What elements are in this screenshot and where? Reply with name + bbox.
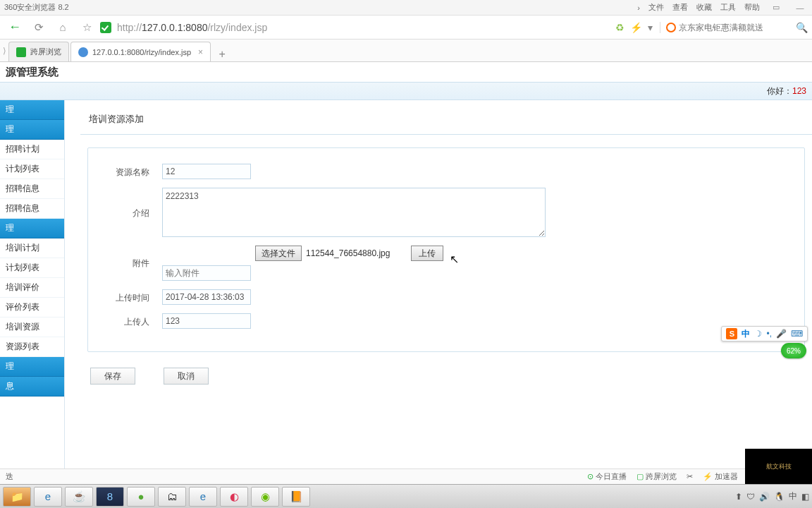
row-uptime: 上传时间 xyxy=(109,289,790,305)
reload-button[interactable]: ⟳ xyxy=(28,18,49,37)
keyboard-icon[interactable]: ⌨ xyxy=(791,329,803,339)
moon-icon[interactable]: ☽ xyxy=(754,329,762,339)
watermark: 航文科技 xyxy=(745,449,812,484)
label-name: 资源名称 xyxy=(109,164,162,179)
mic-icon[interactable]: 🎤 xyxy=(776,329,787,339)
taskbar-app[interactable]: ● xyxy=(127,487,155,507)
sidebar-item[interactable]: 招聘信息 xyxy=(0,179,64,199)
chevron-right-icon: › xyxy=(637,4,640,12)
back-button[interactable]: ← xyxy=(4,18,25,37)
tab-favicon-icon xyxy=(78,47,88,57)
sidebar-item[interactable]: 招聘计划 xyxy=(0,140,64,159)
row-uploader: 上传人 xyxy=(109,313,790,329)
row-attach: 附件 选择文件 112544_76654880.jpg 上传 xyxy=(109,246,790,281)
label-uptime: 上传时间 xyxy=(109,289,162,304)
taskbar-app[interactable]: ◐ xyxy=(220,487,248,507)
ime-bar[interactable]: S 中 ☽ •, 🎤 ⌨ xyxy=(721,326,808,341)
input-intro[interactable]: 2222313 xyxy=(162,188,546,237)
tray-icon[interactable]: ⬆ xyxy=(735,492,742,502)
sidebar-item[interactable]: 计划列表 xyxy=(0,258,64,278)
input-uploader[interactable] xyxy=(162,313,251,329)
label-uploader: 上传人 xyxy=(109,313,162,328)
sidebar-item[interactable]: 资源列表 xyxy=(0,337,64,357)
taskbar-app[interactable]: 8 xyxy=(96,487,124,507)
status-cross[interactable]: ▢跨屏浏览 xyxy=(636,471,677,482)
tray-icon[interactable]: 🐧 xyxy=(774,492,785,502)
sidebar-item[interactable]: 计划列表 xyxy=(0,159,64,179)
greeting-bar: 你好： 123 xyxy=(0,82,812,100)
url-bar: ← ⟳ ⌂ ☆ http://127.0.0.1:8080/rlzy/index… xyxy=(0,16,812,40)
cancel-button[interactable]: 取消 xyxy=(164,368,209,385)
taskbar-app[interactable]: e xyxy=(34,487,62,507)
tab-crossscreen[interactable]: 跨屏浏览 xyxy=(8,42,69,61)
taskbar-app[interactable]: ◉ xyxy=(251,487,279,507)
form-actions: 保存 取消 xyxy=(80,368,812,385)
page-title: 源管理系统 xyxy=(0,62,812,82)
sidebar-group[interactable]: 理 xyxy=(0,100,64,120)
row-name: 资源名称 xyxy=(109,164,790,179)
input-attach[interactable] xyxy=(162,265,251,281)
upload-button[interactable]: 上传 xyxy=(411,246,443,261)
sidebar-item[interactable]: 评价列表 xyxy=(0,298,64,318)
status-live[interactable]: ⊙今日直播 xyxy=(587,471,627,482)
menu-fav[interactable]: 收藏 xyxy=(696,2,712,13)
chevron-down-icon[interactable]: ▾ xyxy=(648,22,653,33)
tab-page[interactable]: 127.0.0.1:8080/rlzy/index.jsp × xyxy=(70,42,211,61)
tab-label: 127.0.0.1:8080/rlzy/index.jsp xyxy=(92,48,191,56)
sidebar-group[interactable]: 理 xyxy=(0,219,64,238)
system-tray: ⬆ 🛡 🔊 🐧 中 ◧ xyxy=(735,490,809,502)
accelerator-badge[interactable]: 62% xyxy=(781,343,806,358)
status-scissors-icon[interactable]: ✂ xyxy=(687,472,693,481)
menu-help[interactable]: 帮助 xyxy=(744,2,760,13)
tray-icon[interactable]: ◧ xyxy=(801,492,809,502)
taskbar-app[interactable]: 🗂 xyxy=(158,487,186,507)
sidebar-group[interactable]: 息 xyxy=(0,377,64,397)
menu-tools[interactable]: 工具 xyxy=(720,2,736,13)
choose-file-button[interactable]: 选择文件 xyxy=(255,246,302,261)
skin-icon[interactable]: ▭ xyxy=(768,1,784,15)
minimize-icon[interactable]: — xyxy=(792,1,808,15)
status-bar: 迭 ⊙今日直播 ▢跨屏浏览 ✂ ⚡加速器 ↓下载 🔇 ⛶ xyxy=(0,468,812,484)
url-actions: ♻ ⚡ ▾ xyxy=(615,22,653,33)
search-input[interactable] xyxy=(679,23,792,32)
menu-file[interactable]: 文件 xyxy=(648,2,664,13)
content: 培训资源添加 资源名称 介绍 2222313 附件 选择文件 112544 xyxy=(65,100,812,468)
url-text[interactable]: http://127.0.0.1:8080/rlzy/index.jsp xyxy=(117,22,267,33)
tray-icon[interactable]: 🛡 xyxy=(746,492,755,502)
search-icon[interactable]: 🔍 xyxy=(796,22,808,33)
input-name[interactable] xyxy=(162,164,251,179)
close-icon[interactable]: × xyxy=(198,47,203,57)
comma-icon[interactable]: •, xyxy=(766,329,772,339)
save-button[interactable]: 保存 xyxy=(90,368,135,385)
sidebar-item[interactable]: 培训资源 xyxy=(0,318,64,337)
main: 理 理 招聘计划 计划列表 招聘信息 招聘信息 理 培训计划 计划列表 培训评价… xyxy=(0,100,812,468)
sidebar-group[interactable]: 理 xyxy=(0,357,64,377)
taskbar-app[interactable]: 📙 xyxy=(282,487,310,507)
ime-logo-icon: S xyxy=(726,328,737,339)
tray-icon[interactable]: 中 xyxy=(789,490,797,502)
tab-overflow-icon[interactable]: ⟩ xyxy=(3,46,8,56)
status-accel[interactable]: ⚡加速器 xyxy=(703,471,738,482)
ime-lang[interactable]: 中 xyxy=(742,328,750,340)
sidebar-item[interactable]: 培训评价 xyxy=(0,278,64,298)
star-button[interactable]: ☆ xyxy=(76,18,97,37)
sidebar-item[interactable]: 招聘信息 xyxy=(0,199,64,219)
search-box[interactable]: 🔍 xyxy=(660,22,808,33)
input-uptime[interactable] xyxy=(162,289,251,305)
browser-menu: › 文件 查看 收藏 工具 帮助 ▭ — xyxy=(637,1,808,15)
taskbar-app[interactable]: e xyxy=(189,487,217,507)
menu-view[interactable]: 查看 xyxy=(672,2,688,13)
sidebar-group[interactable]: 理 xyxy=(0,120,64,140)
label-intro: 介绍 xyxy=(109,188,162,219)
recycle-icon[interactable]: ♻ xyxy=(615,22,625,33)
taskbar-app[interactable]: 📁 xyxy=(3,487,31,507)
new-tab-button[interactable]: + xyxy=(215,47,229,61)
home-button[interactable]: ⌂ xyxy=(52,18,73,37)
browser-title: 360安全浏览器 8.2 xyxy=(4,2,69,13)
sidebar-item[interactable]: 培训计划 xyxy=(0,238,64,258)
taskbar-app[interactable]: ☕ xyxy=(65,487,93,507)
flash-icon[interactable]: ⚡ xyxy=(630,22,642,33)
tray-icon[interactable]: 🔊 xyxy=(759,492,770,502)
search-engine-icon xyxy=(666,23,676,32)
status-left: 迭 xyxy=(6,471,13,482)
